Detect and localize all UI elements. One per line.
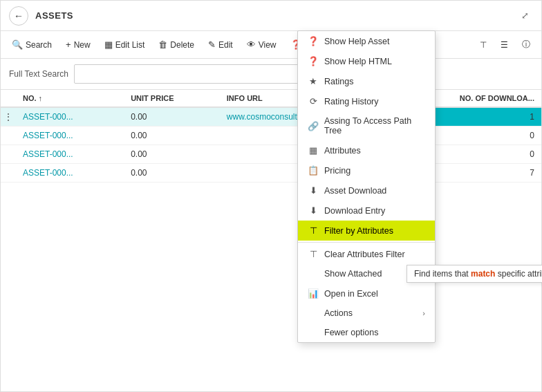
- show-help-asset-icon: ❓: [308, 36, 319, 46]
- cell-unit-price: 0.00: [124, 145, 220, 164]
- row-actions-cell: [1, 145, 16, 164]
- filter-button[interactable]: ⊤: [474, 37, 492, 53]
- menu-item-label: Attributes: [324, 146, 361, 156]
- menu-item-label: Download Entry: [324, 206, 385, 216]
- menu-item-label: Pricing: [324, 166, 351, 176]
- menu-item-asset-download[interactable]: ⬇Asset Download: [298, 180, 435, 200]
- col-no-header[interactable]: NO. ↑: [16, 90, 124, 107]
- plus-icon: +: [66, 39, 71, 50]
- table-header-row: NO. ↑ UNIT PRICE INFO URL NO. OF DOWNLOA…: [1, 90, 541, 107]
- tooltip-text-after: specific attrib...: [495, 269, 542, 279]
- cell-no: ASSET-000...: [16, 127, 124, 145]
- header: ← ASSETS ⤢: [1, 1, 541, 31]
- menu-item-label: Show Help Asset: [324, 37, 390, 46]
- search-icon: 🔍: [12, 39, 23, 50]
- info-button[interactable]: ⓘ: [516, 36, 536, 53]
- edit-icon: ✎: [208, 39, 216, 50]
- submenu-chevron-icon: ›: [422, 309, 425, 317]
- table-row: ASSET-000...0.007: [1, 164, 541, 183]
- back-button[interactable]: ←: [9, 6, 28, 26]
- assing-access-icon: 🔗: [308, 121, 319, 131]
- delete-icon: 🗑: [158, 39, 167, 50]
- attributes-icon: ▦: [308, 145, 319, 156]
- list-icon: ☰: [501, 40, 508, 50]
- col-unit-price-header: UNIT PRICE: [124, 90, 220, 107]
- view-icon: 👁: [247, 39, 256, 50]
- edit-list-icon: ▦: [104, 39, 113, 50]
- info-icon: ⓘ: [522, 39, 530, 50]
- search-area: Full Text Search: [1, 59, 541, 90]
- row-action-icon[interactable]: ⋮: [3, 111, 13, 122]
- cell-no: ASSET-000...: [16, 107, 124, 127]
- menu-item-ratings[interactable]: ★Ratings: [298, 71, 435, 91]
- menu-item-assing-access[interactable]: 🔗Assing To Access Path Tree: [298, 111, 435, 140]
- back-icon: ←: [14, 10, 24, 21]
- menu-item-label: Asset Download: [324, 186, 386, 196]
- menu-item-label: Fewer options: [324, 328, 379, 337]
- download-entry-icon: ⬇: [308, 205, 319, 216]
- menu-item-clear-attributes-filter[interactable]: ⊤Clear Attributes Filter: [298, 244, 435, 264]
- edit-list-button[interactable]: ▦ Edit List: [99, 37, 151, 53]
- menu-item-show-help-asset[interactable]: ❓Show Help Asset: [298, 31, 435, 51]
- menu-item-label: Rating History: [324, 97, 379, 106]
- table-container: NO. ↑ UNIT PRICE INFO URL NO. OF DOWNLOA…: [1, 90, 541, 391]
- asset-download-icon: ⬇: [308, 185, 319, 196]
- show-help-html-icon: ❓: [308, 56, 319, 66]
- cell-no: ASSET-000...: [16, 164, 124, 183]
- delete-button[interactable]: 🗑 Delete: [153, 37, 200, 53]
- clear-attributes-filter-icon: ⊤: [308, 249, 319, 259]
- cell-no: ASSET-000...: [16, 145, 124, 164]
- app-container: ← ASSETS ⤢ 🔍 Search + New ▦ Edit List 🗑 …: [0, 0, 542, 392]
- row-actions-cell: [1, 127, 16, 145]
- menu-item-label: Open in Excel: [324, 289, 378, 299]
- menu-item-fewer-options[interactable]: Fewer options: [298, 323, 435, 342]
- open-in-excel-icon: 📊: [308, 288, 319, 299]
- ratings-icon: ★: [308, 76, 319, 86]
- cell-unit-price: 0.00: [124, 164, 220, 183]
- menu-item-rating-history[interactable]: ⟳Rating History: [298, 91, 435, 111]
- col-actions-header: [1, 90, 16, 107]
- filter-by-attributes-icon: ⊤: [308, 225, 319, 236]
- menu-item-label: Filter by Attributes: [324, 226, 393, 236]
- toolbar-right: ⊤ ☰ ⓘ: [474, 36, 536, 53]
- search-label: Full Text Search: [9, 69, 68, 79]
- search-button[interactable]: 🔍 Search: [6, 37, 57, 53]
- menu-item-show-help-html[interactable]: ❓Show Help HTML: [298, 51, 435, 71]
- menu-item-open-in-excel[interactable]: 📊Open in Excel: [298, 283, 435, 304]
- cell-unit-price: 0.00: [124, 107, 220, 127]
- search-input[interactable]: [74, 64, 323, 84]
- view-button[interactable]: 👁 View: [241, 37, 282, 53]
- menu-item-label: Assing To Access Path Tree: [324, 116, 425, 136]
- page-title: ASSETS: [35, 10, 73, 21]
- edit-button[interactable]: ✎ Edit: [203, 37, 239, 53]
- table-row: ⋮ASSET-000...0.00www.cosmoconsult.com1: [1, 107, 541, 127]
- cell-unit-price: 0.00: [124, 127, 220, 145]
- filter-icon: ⊤: [480, 40, 487, 50]
- tooltip-text-highlight: match: [471, 269, 495, 279]
- tooltip-text-before: Find items that: [414, 269, 471, 279]
- menu-divider: [298, 242, 435, 243]
- menu-item-attributes[interactable]: ▦Attributes: [298, 140, 435, 160]
- menu-item-label: Ratings: [324, 77, 353, 86]
- expand-button[interactable]: ⤢: [516, 8, 533, 24]
- table-row: ASSET-000...0.000: [1, 127, 541, 145]
- assets-table: NO. ↑ UNIT PRICE INFO URL NO. OF DOWNLOA…: [1, 90, 541, 183]
- menu-item-label: Show Attached: [324, 269, 382, 279]
- table-row: ASSET-000...0.000: [1, 145, 541, 164]
- menu-item-pricing[interactable]: 📋Pricing: [298, 160, 435, 180]
- rating-history-icon: ⟳: [308, 96, 319, 106]
- menu-item-actions[interactable]: Actions›: [298, 304, 435, 323]
- menu-item-label: Clear Attributes Filter: [324, 250, 405, 259]
- list-view-button[interactable]: ☰: [495, 37, 514, 53]
- expand-icon: ⤢: [521, 10, 529, 21]
- pricing-icon: 📋: [308, 165, 319, 176]
- dropdown-menu: ❓Show Help Asset❓Show Help HTML★Ratings⟳…: [297, 30, 436, 343]
- row-actions-cell: [1, 164, 16, 183]
- menu-item-filter-by-attributes[interactable]: ⊤Filter by Attributes: [298, 221, 435, 241]
- toolbar: 🔍 Search + New ▦ Edit List 🗑 Delete ✎ Ed…: [1, 31, 541, 59]
- menu-item-download-entry[interactable]: ⬇Download Entry: [298, 200, 435, 221]
- menu-item-label: Actions: [324, 308, 353, 318]
- new-button[interactable]: + New: [60, 37, 96, 53]
- tooltip-box: Find items that match specific attrib...: [406, 265, 542, 283]
- row-actions-cell: ⋮: [1, 107, 16, 127]
